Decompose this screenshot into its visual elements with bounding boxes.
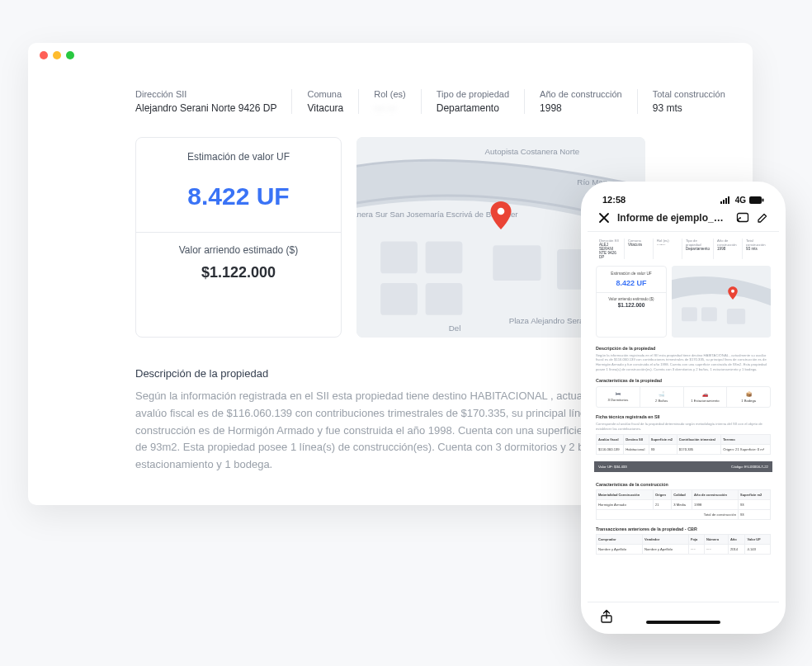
map-plaza: Plaza Alejandro Serani (509, 316, 590, 325)
svg-rect-2 (426, 241, 463, 273)
info-value-redacted: ···· ··· (374, 102, 406, 114)
info-label: Comuna (307, 89, 343, 99)
phone-notch (642, 188, 725, 203)
property-info-row: Dirección SII Alejandro Serani Norte 942… (135, 89, 645, 114)
mini-fichas-heading: Ficha técnica registrada en SII (596, 414, 771, 419)
svg-rect-8 (720, 201, 722, 204)
statusbar-right: 4G (720, 196, 764, 205)
mini-value: ALEJ SERANI NTE 9426 DP (599, 243, 621, 259)
bed-icon: 🛏 (598, 391, 638, 396)
home-indicator[interactable] (646, 621, 720, 624)
rent-value: $1.122.000 (136, 261, 341, 300)
mini-uf-value: 8.422 UF (597, 277, 666, 292)
svg-rect-3 (493, 245, 541, 281)
svg-rect-17 (682, 307, 697, 321)
uf-value: 8.422 UF (136, 171, 341, 232)
mini-label: Total construcción (746, 239, 767, 247)
bar-uf: Valor UF: $34.433 (598, 465, 627, 469)
svg-rect-13 (762, 198, 764, 201)
description-body: Según la información registrada en el SI… (135, 388, 645, 474)
th: Año (728, 534, 745, 544)
mini-value: ····-··· (657, 243, 678, 247)
mini-desc-heading: Descripción de la propiedad (596, 346, 771, 351)
info-label: Año de construcción (540, 89, 622, 99)
mini-label: Año de construcción (717, 239, 739, 247)
char-bodega: 📦1 Bodega (727, 387, 770, 407)
info-rol: Rol (es) ···· ··· (359, 89, 422, 114)
constr-table: Materialidad Construcción Origen Calidad… (596, 489, 771, 520)
mini-panels: Estimación de valor UF 8.422 UF Valor ar… (596, 266, 771, 338)
share-icon[interactable] (599, 609, 614, 624)
svg-point-7 (498, 207, 505, 215)
phone-screen: 12:58 4G Informe de ejemplo_Estimac… Dir… (588, 188, 779, 627)
svg-point-15 (738, 220, 739, 222)
bar-code: Código: EV-00004-T-22 (731, 465, 768, 469)
network-label: 4G (735, 196, 746, 205)
valuation-card: Estimación de valor UF 8.422 UF Valor ar… (135, 137, 342, 338)
document-title: Informe de ejemplo_Estimac… (617, 212, 729, 224)
th: Superficie m2 (739, 489, 771, 499)
info-comuna: Comuna Vitacura (292, 89, 359, 114)
info-value: 1998 (540, 102, 622, 114)
svg-rect-10 (725, 198, 727, 204)
cast-icon[interactable] (736, 211, 749, 224)
bath-icon: 🛁 (642, 391, 682, 397)
svg-rect-19 (727, 309, 745, 324)
char-parking: 🚗1 Estacionamiento (684, 387, 728, 407)
edit-icon[interactable] (756, 211, 769, 224)
map-del: Del (449, 324, 461, 333)
document-body[interactable]: Dirección SIIALEJ SERANI NTE 9426 DP Com… (588, 232, 779, 602)
mini-chars-row: 🛏3 Dormitorios 🛁2 Baños 🚗1 Estacionamien… (596, 386, 771, 408)
th: Origen (653, 489, 671, 499)
traffic-zoom[interactable] (66, 51, 74, 59)
svg-rect-11 (728, 196, 729, 204)
main-panels: Estimación de valor UF 8.422 UF Valor ar… (135, 137, 645, 338)
info-value: Vitacura (307, 102, 343, 114)
mini-fichas-sub: Corresponde al avalúo fiscal de la propi… (596, 422, 771, 431)
mini-value: 93 mts (746, 247, 767, 251)
statusbar-time: 12:58 (602, 195, 626, 205)
info-anio: Año de construcción 1998 (525, 89, 638, 114)
window-chrome (28, 43, 753, 64)
traffic-close[interactable] (40, 51, 48, 59)
th: Calidad (672, 489, 692, 499)
th: Número (704, 534, 728, 544)
mini-info-row: Dirección SIIALEJ SERANI NTE 9426 DP Com… (596, 239, 771, 259)
mini-value: 1998 (717, 247, 739, 251)
info-label: Rol (es) (374, 89, 406, 99)
info-label: Total construcción (653, 89, 725, 99)
svg-rect-12 (749, 196, 762, 204)
th: Contribución trimestral (677, 434, 720, 444)
th: Año de construcción (692, 489, 739, 499)
mini-label: Tipo de propiedad (686, 239, 710, 247)
constr-heading: Características de la construcción (596, 482, 771, 487)
char-dorms: 🛏3 Dormitorios (597, 387, 640, 407)
svg-rect-6 (426, 283, 463, 315)
info-value: Departamento (437, 102, 509, 114)
svg-rect-16 (672, 266, 771, 337)
mini-map (672, 266, 771, 338)
value-code-bar: Valor UF: $34.433 Código: EV-00004-T-22 (594, 461, 772, 472)
table-row: $116.060.139 Habitacional 93 $170.335 Or… (597, 444, 771, 454)
car-icon: 🚗 (686, 391, 725, 397)
mini-rent-value: $1.122.000 (597, 302, 666, 313)
traffic-minimize[interactable] (53, 51, 61, 59)
document-header: Informe de ejemplo_Estimac… (588, 206, 779, 232)
trans-table: Comprador Vendedor Foja Número Año Valor… (596, 534, 771, 555)
mini-chars-heading: Características de la propiedad (596, 378, 771, 383)
th: Materialidad Construcción (597, 489, 654, 499)
th: Terreno (721, 434, 771, 444)
svg-rect-5 (380, 283, 418, 315)
svg-rect-18 (701, 307, 717, 321)
info-direccion: Dirección SII Alejandro Serani Norte 942… (135, 89, 292, 114)
map-pin-icon (490, 201, 512, 229)
info-label: Dirección SII (135, 89, 276, 99)
info-value: Alejandro Serani Norte 9426 DP (135, 102, 276, 114)
info-total: Total construcción 93 mts (638, 89, 740, 114)
fichas-table: Avalúo fiscal Destino SII Superficie m2 … (596, 434, 771, 455)
svg-point-20 (731, 289, 734, 292)
mini-rent-label: Valor arriendo estimado ($) (597, 293, 666, 302)
th: Avalúo fiscal (597, 434, 624, 444)
close-icon[interactable] (597, 211, 611, 224)
info-value: 93 mts (653, 102, 725, 114)
